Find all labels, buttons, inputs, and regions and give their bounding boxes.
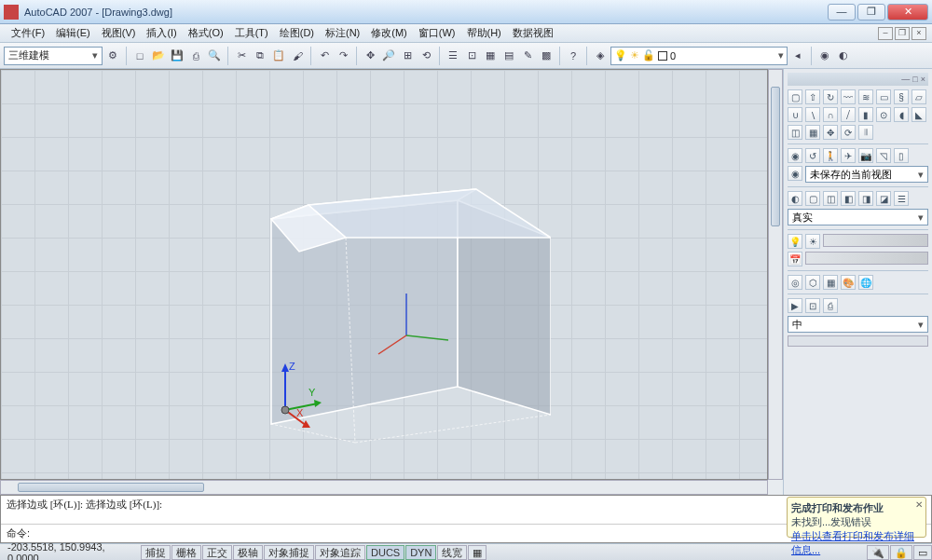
thicken-icon[interactable]: ▮	[858, 107, 873, 122]
preview-icon[interactable]: 🔍	[206, 48, 223, 64]
minimize-button[interactable]: —	[828, 4, 856, 20]
date-icon[interactable]: 📅	[788, 252, 802, 266]
open-icon[interactable]: 📂	[150, 48, 167, 64]
chamfer-icon[interactable]: ◣	[911, 107, 926, 122]
walk-icon[interactable]: 🚶	[823, 148, 838, 163]
menu-help[interactable]: 帮助(H)	[461, 26, 507, 40]
layer-prev-icon[interactable]: ◂	[789, 48, 806, 64]
3dmove-icon[interactable]: ✥	[823, 125, 838, 140]
layer-iso-icon[interactable]: ◐	[835, 48, 852, 64]
copy-icon[interactable]: ⧉	[252, 48, 268, 64]
maximize-button[interactable]: ❐	[857, 4, 885, 20]
sheet-set-icon[interactable]: ▤	[500, 48, 517, 64]
render-preset-selector[interactable]: 中	[788, 316, 928, 333]
vertical-scrollbar[interactable]	[768, 69, 783, 480]
section-icon[interactable]: ◫	[788, 125, 802, 140]
vs-2d-icon[interactable]: ▢	[805, 191, 820, 206]
extrude-icon[interactable]: ⇧	[805, 89, 820, 104]
helix-icon[interactable]: §	[894, 89, 909, 104]
subtract-icon[interactable]: ∖	[805, 107, 820, 122]
scrollbar-thumb[interactable]	[771, 87, 780, 226]
grid-toggle[interactable]: 栅格	[171, 545, 201, 560]
render-crop-icon[interactable]: ⊡	[805, 298, 820, 313]
menu-file[interactable]: 文件(F)	[6, 26, 50, 40]
plot-icon[interactable]: ⎙	[187, 48, 204, 64]
undo-icon[interactable]: ↶	[316, 48, 333, 64]
orbit-icon[interactable]: ◉	[788, 148, 802, 163]
zoom-prev-icon[interactable]: ⟲	[418, 48, 434, 64]
menu-window[interactable]: 窗口(W)	[413, 26, 461, 40]
notification-close-icon[interactable]: ✕	[915, 499, 923, 510]
view-icon[interactable]: ◉	[788, 166, 802, 181]
layer-states-icon[interactable]: ◉	[816, 48, 833, 64]
snap-toggle[interactable]: 捕捉	[141, 545, 171, 560]
vs-3dwire-icon[interactable]: ◫	[823, 191, 838, 206]
sun-status-icon[interactable]: ☀	[805, 234, 820, 249]
menu-format[interactable]: 格式(O)	[183, 26, 229, 40]
material-icon[interactable]: ◎	[788, 275, 802, 290]
calc-icon[interactable]: ▩	[538, 48, 555, 64]
vs-manage-icon[interactable]: ☰	[894, 191, 909, 206]
visual-style-selector[interactable]: 真实	[788, 209, 928, 225]
union-icon[interactable]: ∪	[788, 107, 802, 122]
scrollbar-thumb[interactable]	[18, 483, 204, 492]
material-map-icon[interactable]: ▦	[823, 275, 838, 290]
menu-insert[interactable]: 插入(I)	[141, 26, 182, 40]
layer-selector[interactable]: 💡 ☀ 🔓 0	[610, 47, 788, 65]
light-slider[interactable]	[823, 234, 928, 247]
vs-concept-icon[interactable]: ◨	[858, 191, 873, 206]
help-icon[interactable]: ?	[565, 48, 582, 64]
visual-style-icon[interactable]: ◐	[788, 191, 802, 206]
close-button[interactable]: ✕	[887, 4, 928, 20]
save-icon[interactable]: 💾	[169, 48, 185, 64]
horizontal-scrollbar[interactable]	[0, 480, 768, 495]
zoom-window-icon[interactable]: ⊞	[399, 48, 416, 64]
material-attach-icon[interactable]: ⬡	[805, 275, 820, 290]
mdi-close[interactable]: ×	[911, 27, 926, 40]
pan-icon[interactable]: ✥	[362, 48, 378, 64]
paste-icon[interactable]: 📋	[270, 48, 287, 64]
vs-hidden-icon[interactable]: ◧	[841, 191, 856, 206]
menu-edit[interactable]: 编辑(E)	[50, 26, 96, 40]
sweep-icon[interactable]: 〰	[841, 89, 856, 104]
view-selector[interactable]: 未保存的当前视图	[805, 166, 928, 183]
properties-icon[interactable]: ☰	[445, 48, 461, 64]
time-slider[interactable]	[805, 252, 928, 265]
intersect-icon[interactable]: ∩	[823, 107, 838, 122]
camera-icon[interactable]: 📷	[858, 148, 873, 163]
workspace-selector[interactable]: 三维建模	[4, 47, 103, 65]
match-icon[interactable]: 🖌	[289, 48, 306, 64]
menu-dataview[interactable]: 数据视图	[507, 26, 559, 40]
mdi-minimize[interactable]: –	[878, 27, 893, 40]
swivel-icon[interactable]: ↺	[805, 148, 820, 163]
fly-icon[interactable]: ✈	[841, 148, 856, 163]
workspace-settings-icon[interactable]: ⚙	[104, 48, 121, 64]
markup-icon[interactable]: ✎	[519, 48, 536, 64]
tool-palette-icon[interactable]: ▦	[482, 48, 499, 64]
perspective-icon[interactable]: ◹	[876, 148, 891, 163]
menu-tools[interactable]: 工具(T)	[229, 26, 274, 40]
revolve-icon[interactable]: ↻	[823, 89, 838, 104]
3drotate-icon[interactable]: ⟳	[841, 125, 856, 140]
3dalign-icon[interactable]: ⫴	[858, 125, 873, 140]
menu-view[interactable]: 视图(V)	[96, 26, 142, 40]
mdi-restore[interactable]: ❐	[895, 27, 910, 40]
cut-icon[interactable]: ✂	[233, 48, 250, 64]
render-icon[interactable]: 🎨	[841, 275, 856, 290]
box-icon[interactable]: ▢	[788, 89, 802, 104]
vs-real-icon[interactable]: ◪	[876, 191, 891, 206]
dyn-toggle[interactable]: DYN	[405, 545, 436, 560]
zoom-icon[interactable]: 🔎	[380, 48, 397, 64]
menu-modify[interactable]: 修改(M)	[365, 26, 413, 40]
design-center-icon[interactable]: ⊡	[463, 48, 480, 64]
notif-link[interactable]: 单击以查看打印和发布详细信息...	[791, 530, 914, 555]
layer-props-icon[interactable]: ◈	[592, 48, 609, 64]
parallel-icon[interactable]: ▯	[894, 148, 909, 163]
osnap-toggle[interactable]: 对象捕捉	[264, 545, 314, 560]
render-out-icon[interactable]: ⎙	[823, 298, 838, 313]
planar-icon[interactable]: ▱	[911, 89, 926, 104]
new-icon[interactable]: □	[131, 48, 148, 64]
ortho-toggle[interactable]: 正交	[202, 545, 232, 560]
menu-dimension[interactable]: 标注(N)	[320, 26, 365, 40]
fillet-icon[interactable]: ◖	[894, 107, 909, 122]
